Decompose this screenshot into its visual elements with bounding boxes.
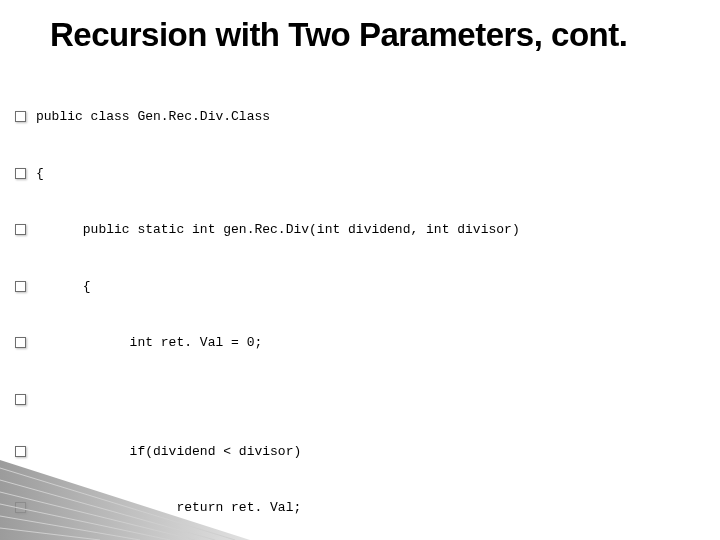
code-line: public static int gen.Rec.Div(int divide… (15, 221, 670, 240)
code-line: public class Gen.Rec.Div.Class (15, 108, 670, 127)
code-line: { (15, 278, 670, 297)
code-line: int ret. Val = 0; (15, 334, 670, 353)
bullet-icon (15, 337, 26, 348)
bullet-icon (15, 168, 26, 179)
code-text: public static int gen.Rec.Div(int divide… (36, 221, 520, 240)
code-line: return ret. Val; (15, 499, 670, 518)
code-text: int ret. Val = 0; (36, 334, 262, 353)
page-title: Recursion with Two Parameters, cont. (50, 18, 670, 53)
bullet-icon (15, 111, 26, 122)
code-block: public class Gen.Rec.Div.Class { public … (15, 71, 670, 540)
slide: Recursion with Two Parameters, cont. pub… (0, 0, 720, 540)
code-text: public class Gen.Rec.Div.Class (36, 108, 270, 127)
code-line: { (15, 165, 670, 184)
code-text: return ret. Val; (36, 499, 301, 518)
bullet-icon (15, 502, 26, 513)
bullet-icon (15, 446, 26, 457)
code-line (15, 391, 670, 405)
code-line: if(dividend < divisor) (15, 443, 670, 462)
bullet-icon (15, 224, 26, 235)
code-text: { (36, 165, 44, 184)
code-text: { (36, 278, 91, 297)
bullet-icon (15, 281, 26, 292)
bullet-icon (15, 394, 26, 405)
code-text: if(dividend < divisor) (36, 443, 301, 462)
